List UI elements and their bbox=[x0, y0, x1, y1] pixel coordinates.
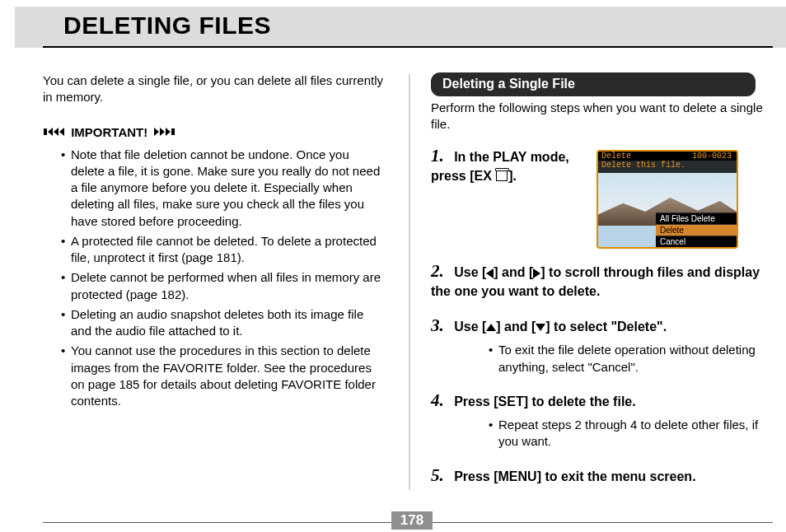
screenshot-menu-item: All Files Delete bbox=[656, 212, 737, 224]
step-sub-item: To exit the file delete operation withou… bbox=[489, 342, 773, 376]
step-number: 3. bbox=[431, 314, 451, 337]
camera-screenshot: Delete Delete this file. 100-0023 All Fi… bbox=[597, 150, 738, 249]
step-4: 4. Press [SET] to delete the file. Repea… bbox=[431, 389, 773, 450]
page-frame: DELETING FILES You can delete a single f… bbox=[15, 7, 771, 525]
important-item: Note that file deletion cannot be undone… bbox=[61, 147, 385, 230]
column-right: Deleting a Single File Perform the follo… bbox=[408, 72, 773, 501]
column-left: You can delete a single file, or you can… bbox=[43, 72, 408, 501]
screenshot-menu-item-selected: Delete bbox=[656, 224, 737, 236]
section-heading: Deleting a Single File bbox=[431, 72, 756, 96]
step-body: Use [] and [] to select "Delete". bbox=[454, 320, 667, 334]
screenshot-menu-item: Cancel bbox=[656, 236, 737, 247]
columns: You can delete a single file, or you can… bbox=[43, 72, 773, 501]
step-body: Press [MENU] to exit the menu screen. bbox=[454, 469, 695, 483]
page-title: DELETING FILES bbox=[63, 12, 271, 40]
step-1: 1. In the PLAY mode, press [EX ]. bbox=[431, 144, 587, 185]
triangle-up-icon bbox=[486, 324, 496, 331]
screenshot-file-id: 100-0023 bbox=[689, 152, 735, 161]
important-list: Note that file deletion cannot be undone… bbox=[61, 147, 385, 410]
important-label: IMPORTANT! bbox=[71, 125, 147, 139]
important-heading: IMPORTANT! bbox=[43, 124, 385, 142]
rule-top bbox=[43, 46, 773, 48]
step-body: Press [SET] to delete the file. bbox=[454, 394, 636, 408]
step-number: 4. bbox=[431, 389, 451, 412]
intro-text: You can delete a single file, or you can… bbox=[43, 72, 385, 106]
step-body: Use [] and [] to scroll through files an… bbox=[431, 265, 760, 298]
important-item: Delete cannot be performed when all file… bbox=[61, 269, 385, 303]
triangle-right-icon bbox=[533, 268, 540, 278]
step-sublist: To exit the file delete operation withou… bbox=[456, 342, 773, 376]
step-3: 3. Use [] and [] to select "Delete". To … bbox=[431, 314, 773, 376]
important-arrows-right-icon bbox=[43, 124, 68, 141]
triangle-left-icon bbox=[486, 268, 494, 278]
step-number: 5. bbox=[431, 464, 451, 487]
important-item: You cannot use the procedures in this se… bbox=[61, 343, 385, 409]
step-sub-item: Repeat steps 2 through 4 to delete other… bbox=[489, 417, 773, 450]
important-item: Deleting an audio snapshot deletes both … bbox=[61, 306, 385, 340]
step-number: 2. bbox=[431, 259, 451, 282]
step-sublist: Repeat steps 2 through 4 to delete other… bbox=[456, 417, 773, 450]
screenshot-topbar: Delete Delete this file. 100-0023 bbox=[598, 152, 737, 173]
important-arrows-left-icon bbox=[151, 124, 175, 141]
step-number: 1. bbox=[431, 144, 451, 167]
title-bar: DELETING FILES bbox=[15, 7, 786, 48]
page-number: 178 bbox=[391, 511, 433, 530]
triangle-down-icon bbox=[536, 324, 545, 331]
section-subtext: Perform the following steps when you wan… bbox=[431, 100, 773, 133]
trash-icon bbox=[496, 170, 508, 181]
step-body: In the PLAY mode, press [EX ]. bbox=[431, 150, 569, 183]
step-2: 2. Use [] and [] to scroll through files… bbox=[431, 259, 773, 301]
important-item: A protected file cannot be deleted. To d… bbox=[61, 233, 385, 267]
step-5: 5. Press [MENU] to exit the menu screen. bbox=[431, 464, 773, 487]
screenshot-menu: All Files Delete Delete Cancel bbox=[656, 212, 737, 247]
screenshot-top-caption: Delete this file. bbox=[598, 161, 737, 170]
